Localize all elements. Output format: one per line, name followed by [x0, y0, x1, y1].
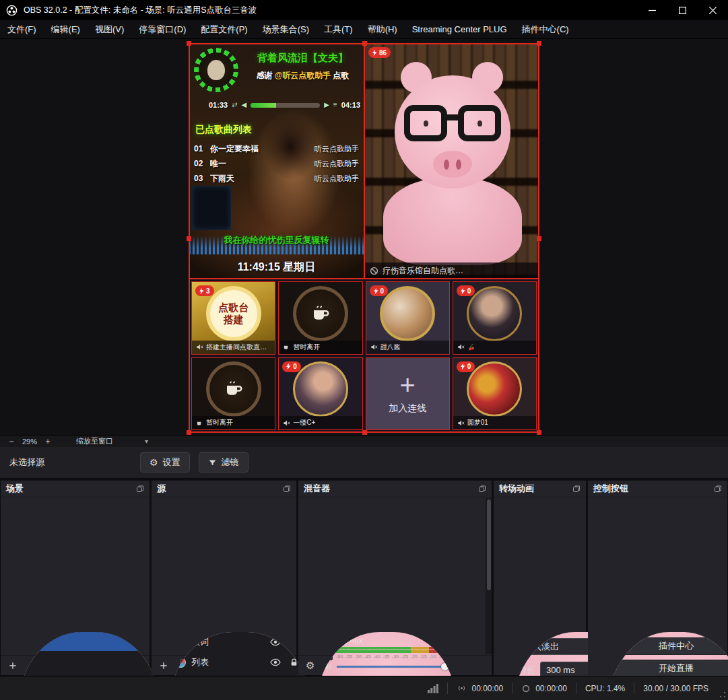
resize-handle[interactable] [187, 236, 191, 241]
signal-bars-icon [428, 684, 438, 693]
mute-icon [457, 419, 465, 427]
obs-logo-icon [6, 5, 18, 16]
preview-area[interactable]: 背着风流泪【文夫】 感谢@听云点歌助手点歌 01:33 ⇄ ◀ ▶ ≡ 04:1… [0, 39, 728, 435]
popout-icon[interactable] [714, 485, 722, 493]
link-tiles-region: 3 点歌台 搭建 搭建主播间点歌直… [189, 279, 539, 433]
monitor-shape [192, 186, 231, 230]
tile-away[interactable]: 暂时离开 [278, 281, 362, 355]
tile-caption: 暂时离开 [279, 341, 362, 354]
tile-join-link[interactable]: + 加入连线 [366, 357, 450, 431]
resize-handle[interactable] [537, 430, 541, 435]
resize-handle[interactable] [187, 41, 191, 46]
popout-icon[interactable] [572, 485, 581, 493]
mixer-title: 混音器 [304, 483, 330, 495]
fps-readout: 30.00 / 30.00 FPS [634, 684, 717, 693]
resize-handle[interactable] [187, 430, 191, 435]
obs-window: OBS 32.0.2 - 配置文件: 未命名 - 场景: 听云通用S点歌台三音波… [0, 0, 728, 700]
tile-guest[interactable]: 0 圆梦01 [453, 357, 537, 431]
menu-item[interactable]: 停靠窗口(D) [131, 20, 193, 38]
window-title: OBS 32.0.2 - 配置文件: 未命名 - 场景: 听云通用S点歌台三音波 [24, 5, 257, 16]
cherry-icon [467, 343, 475, 351]
start-streaming-button[interactable]: 开始直播 [614, 660, 728, 677]
visibility-eye-icon[interactable] [270, 657, 281, 668]
add-scene-button[interactable] [7, 660, 19, 672]
tile-guest[interactable]: 0 甜八酱 [366, 281, 450, 355]
zoom-out-button[interactable]: − [7, 438, 16, 446]
menu-item[interactable]: 帮助(H) [360, 20, 405, 38]
tile-away[interactable]: 暂时离开 [191, 357, 275, 431]
viewer-badge: 86 [368, 47, 391, 58]
playlist: 01 你一定要幸福 听云点歌助手 02 唯一 听云点歌助手 03 下雨天 听云点… [194, 141, 359, 186]
meter-scale: -60-55-50-45-40-35-30-25-20-15-10-50 [336, 654, 448, 660]
stream-timer: 00:00:00 [448, 683, 512, 693]
title-bar: OBS 32.0.2 - 配置文件: 未命名 - 场景: 听云通用S点歌台三音波 [0, 0, 728, 20]
fit-to-window-label[interactable]: 缩放至窗口 [76, 436, 113, 446]
volume-meter [336, 647, 448, 653]
menu-item[interactable]: 视图(V) [88, 20, 131, 38]
prev-icon: ◀ [242, 102, 247, 108]
source-row[interactable]: 歌词 [170, 632, 309, 652]
resize-grip[interactable] [719, 691, 726, 698]
volume-slider[interactable] [337, 662, 448, 671]
camera-region[interactable]: 86 疗伤音乐馆自助点歌… [364, 43, 539, 279]
caret-down-icon[interactable]: ▾ [145, 438, 148, 445]
menu-item[interactable]: 文件(F) [0, 20, 44, 38]
source-filters-button[interactable]: 滤镜 [199, 452, 249, 473]
advanced-audio-button[interactable]: ⚙ [304, 659, 316, 672]
source-row[interactable]: 列表 [170, 652, 309, 672]
resize-handle[interactable] [537, 236, 541, 241]
coffee-avatar [293, 286, 348, 341]
album-photo [207, 60, 225, 80]
tile-guest[interactable]: 0 [453, 281, 537, 355]
plugin-center-button[interactable]: 插件中心 [614, 637, 728, 655]
song-title: 背着风流泪【文夫】 [242, 52, 363, 65]
menu-item[interactable]: 场景集合(S) [255, 20, 317, 38]
mixer-scrollbar[interactable] [486, 498, 492, 654]
popout-icon[interactable] [136, 485, 144, 493]
lock-icon[interactable] [290, 658, 298, 667]
zoom-in-button[interactable]: + [43, 438, 53, 446]
resize-handle[interactable] [362, 41, 367, 46]
guest-avatar [380, 286, 435, 341]
lock-icon[interactable] [290, 638, 298, 647]
tile-caption: 暂时离开 [192, 416, 275, 429]
popout-icon[interactable] [283, 485, 291, 493]
mixer-dock: 混音器 麦克风/Aux 0.0 dB ⋮ -60-55-50-45-40-35-… [298, 481, 492, 675]
source-properties-button[interactable]: ⚙ 设置 [140, 452, 190, 473]
menu-item[interactable]: 插件中心(C) [515, 20, 576, 38]
close-button[interactable] [698, 0, 728, 20]
guest-avatar [293, 361, 348, 417]
minimize-button[interactable] [637, 0, 667, 20]
menu-item[interactable]: 配置文件(P) [193, 20, 255, 38]
coffee-avatar [206, 361, 261, 417]
dock-area: 场景 场景 源 歌词 [0, 479, 728, 676]
zoom-bar: − 29% + 缩放至窗口 ▾ [0, 435, 728, 447]
playlist-icon: ≡ [333, 102, 337, 108]
maximize-button[interactable] [667, 0, 698, 20]
no-entry-icon [370, 267, 378, 275]
duration-label: 时长 [518, 664, 535, 676]
menu-item[interactable]: Streaming Center PLUG [405, 20, 515, 38]
music-overlay-region[interactable]: 背着风流泪【文夫】 感谢@听云点歌助手点歌 01:33 ⇄ ◀ ▶ ≡ 04:1… [189, 43, 364, 279]
thanks-line: 感谢@听云点歌助手点歌 [242, 70, 363, 81]
mute-icon [457, 343, 465, 351]
resize-handle[interactable] [537, 41, 541, 46]
record-timer: 00:00:00 [512, 684, 576, 693]
menu-item[interactable]: 工具(T) [317, 20, 360, 38]
program-canvas[interactable]: 背着风流泪【文夫】 感谢@听云点歌助手点歌 01:33 ⇄ ◀ ▶ ≡ 04:1… [189, 43, 539, 433]
viewer-badge: 0 [282, 361, 301, 372]
scene-item[interactable]: 场景 [20, 632, 158, 651]
tile-guest[interactable]: 0 一缕C+ [278, 357, 362, 431]
popout-icon[interactable] [478, 485, 486, 493]
selection-divider-vertical [364, 43, 365, 279]
coffee-icon [224, 379, 244, 399]
menu-item[interactable]: 编辑(E) [44, 20, 88, 38]
tile-songbooth[interactable]: 3 点歌台 搭建 搭建主播间点歌直… [191, 281, 275, 355]
mute-icon [283, 419, 290, 427]
resize-handle[interactable] [362, 430, 367, 435]
record-circle-icon [521, 684, 531, 693]
add-source-button[interactable] [158, 660, 170, 672]
visibility-eye-icon[interactable] [270, 637, 281, 648]
join-plus-icon: + [399, 373, 415, 397]
viewer-badge: 0 [457, 285, 475, 296]
